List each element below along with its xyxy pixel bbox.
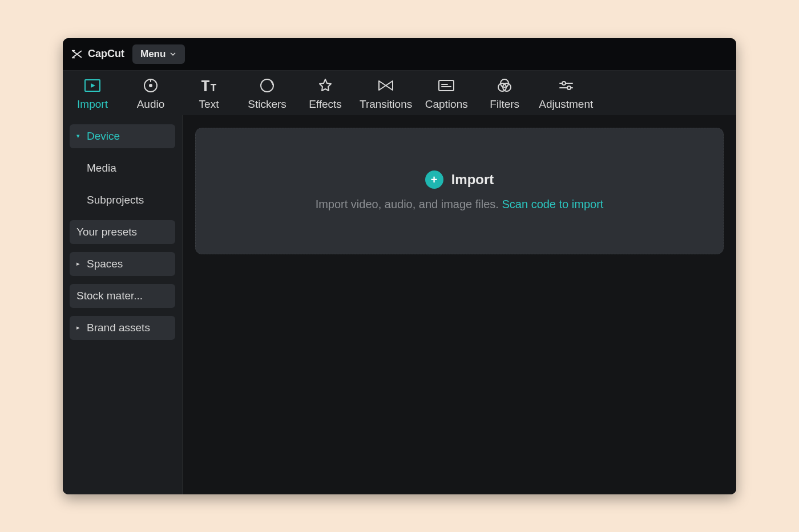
tab-label: Transitions bbox=[360, 98, 412, 111]
text-icon bbox=[199, 78, 219, 94]
import-subtitle-row: Import video, audio, and image files. Sc… bbox=[316, 198, 604, 211]
caret-right-icon: ▸ bbox=[76, 324, 82, 331]
effects-icon bbox=[316, 78, 335, 94]
tab-label: Captions bbox=[425, 98, 468, 111]
caret-down-icon: ▾ bbox=[76, 132, 82, 140]
plus-icon: + bbox=[425, 170, 443, 189]
import-title: Import bbox=[451, 172, 494, 188]
brand: CapCut bbox=[71, 48, 124, 60]
tab-import[interactable]: Import bbox=[68, 78, 116, 111]
svg-point-8 bbox=[562, 82, 566, 85]
app-body: ▾ Device Media Subprojects Your presets … bbox=[63, 115, 736, 494]
tab-label: Filters bbox=[490, 98, 519, 111]
tab-transitions[interactable]: Transitions bbox=[360, 78, 412, 111]
transitions-icon bbox=[376, 78, 396, 94]
import-dropzone[interactable]: + Import Import video, audio, and image … bbox=[195, 128, 724, 254]
tab-label: Audio bbox=[137, 98, 165, 111]
captions-icon bbox=[437, 78, 456, 94]
toolbar: Import Audio Text bbox=[63, 70, 736, 115]
sidebar-item-label: Your presets bbox=[76, 226, 137, 238]
sidebar-item-stock-materials[interactable]: Stock mater... bbox=[70, 284, 175, 308]
sidebar-item-label: Media bbox=[87, 162, 116, 174]
svg-point-2 bbox=[149, 84, 152, 87]
sidebar-item-your-presets[interactable]: Your presets bbox=[70, 220, 175, 244]
sidebar-item-subprojects[interactable]: Subprojects bbox=[70, 188, 175, 212]
scan-code-link[interactable]: Scan code to import bbox=[502, 198, 603, 210]
filters-icon bbox=[495, 78, 514, 94]
menu-button-label: Menu bbox=[140, 48, 166, 60]
sidebar-item-device[interactable]: ▾ Device bbox=[70, 124, 175, 148]
tab-label: Import bbox=[77, 98, 108, 111]
sidebar-item-spaces[interactable]: ▸ Spaces bbox=[70, 252, 175, 276]
brand-logo-icon bbox=[71, 48, 83, 60]
titlebar: CapCut Menu bbox=[63, 38, 736, 70]
tab-filters[interactable]: Filters bbox=[481, 78, 528, 111]
import-icon bbox=[83, 78, 102, 94]
menu-button[interactable]: Menu bbox=[132, 44, 185, 64]
adjustment-icon bbox=[556, 78, 576, 94]
tab-audio[interactable]: Audio bbox=[127, 78, 175, 111]
tab-text[interactable]: Text bbox=[185, 78, 233, 111]
tab-label: Stickers bbox=[248, 98, 286, 111]
chevron-down-icon bbox=[169, 50, 177, 58]
import-heading-row: + Import bbox=[425, 170, 494, 189]
tab-label: Adjustment bbox=[539, 98, 593, 111]
sidebar: ▾ Device Media Subprojects Your presets … bbox=[63, 115, 183, 494]
tab-label: Effects bbox=[309, 98, 342, 111]
tab-stickers[interactable]: Stickers bbox=[243, 78, 291, 111]
tab-label: Text bbox=[199, 98, 219, 111]
svg-point-9 bbox=[567, 86, 571, 90]
import-subtitle: Import video, audio, and image files. bbox=[316, 198, 499, 210]
sidebar-item-label: Device bbox=[87, 130, 120, 143]
sidebar-item-brand-assets[interactable]: ▸ Brand assets bbox=[70, 316, 175, 340]
app-window: CapCut Menu Import bbox=[63, 38, 736, 494]
sidebar-item-label: Subprojects bbox=[87, 194, 144, 206]
content-area: + Import Import video, audio, and image … bbox=[183, 115, 736, 494]
audio-icon bbox=[141, 78, 160, 94]
tab-captions[interactable]: Captions bbox=[422, 78, 470, 111]
tab-effects[interactable]: Effects bbox=[301, 78, 349, 111]
svg-rect-4 bbox=[439, 80, 454, 91]
caret-right-icon: ▸ bbox=[76, 260, 82, 267]
sidebar-item-label: Stock mater... bbox=[76, 290, 143, 302]
sidebar-item-media[interactable]: Media bbox=[70, 156, 175, 180]
stickers-icon bbox=[257, 78, 277, 94]
brand-name: CapCut bbox=[88, 48, 124, 60]
sidebar-item-label: Brand assets bbox=[87, 322, 150, 334]
sidebar-item-label: Spaces bbox=[87, 258, 123, 270]
tab-adjustment[interactable]: Adjustment bbox=[539, 78, 593, 111]
